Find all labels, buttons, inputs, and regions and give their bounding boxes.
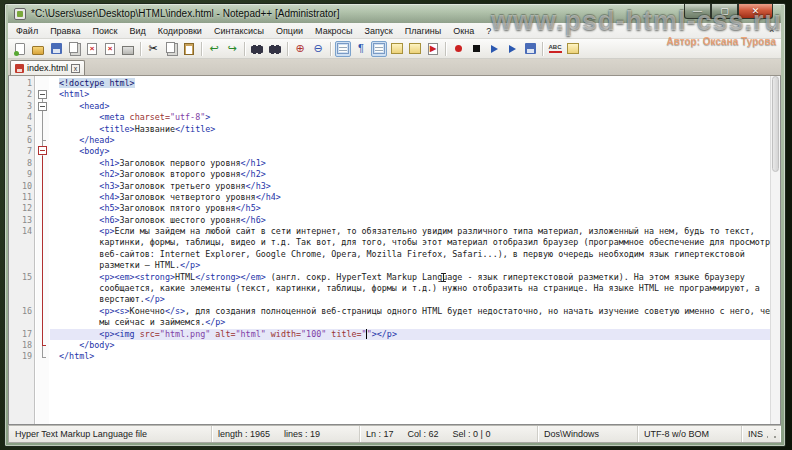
editor-area[interactable]: 1<!doctype html>2<html>3 <head>4 <meta c… bbox=[8, 76, 781, 425]
stop-macro-icon[interactable] bbox=[468, 41, 484, 57]
resize-grip[interactable] bbox=[767, 429, 779, 441]
code-line-19[interactable]: 19</html> bbox=[9, 351, 770, 362]
monitoring-icon[interactable]: ▶ bbox=[425, 41, 441, 57]
menu-item-вид[interactable]: Вид bbox=[124, 25, 152, 37]
minimize-button[interactable]: — bbox=[684, 4, 711, 19]
code-token: Заголовок пятого уровня bbox=[120, 203, 236, 213]
code-token bbox=[59, 329, 99, 339]
copy-icon[interactable] bbox=[163, 41, 179, 57]
code-token: Название bbox=[135, 124, 175, 134]
code-token: "utf-8" bbox=[170, 112, 205, 122]
show-all-characters-icon[interactable]: ¶ bbox=[353, 41, 369, 57]
tab-close-icon[interactable]: x bbox=[71, 64, 80, 73]
code-lines[interactable]: 1<!doctype html>2<html>3 <head>4 <meta c… bbox=[9, 78, 770, 363]
open-file-icon[interactable] bbox=[30, 41, 46, 57]
run-macro-multiple-icon[interactable] bbox=[504, 41, 520, 57]
mime-tools-icon[interactable] bbox=[565, 41, 581, 57]
save-icon[interactable] bbox=[48, 41, 64, 57]
spell-check-icon[interactable]: ABC bbox=[547, 41, 563, 57]
code-token: </h4> bbox=[256, 192, 281, 202]
code-line-wrap[interactable]: разметки – HTML.</p> bbox=[9, 260, 770, 271]
length-value: length : 1965 bbox=[218, 429, 270, 439]
word-wrap-icon-glyph bbox=[337, 43, 349, 54]
close-button[interactable]: ✕ bbox=[738, 4, 773, 19]
code-line-wrap[interactable]: сообщается, какие элементы (текст, карти… bbox=[9, 283, 770, 294]
scrollbar-thumb[interactable] bbox=[772, 76, 779, 172]
code-line-1[interactable]: 1<!doctype html> bbox=[9, 78, 770, 89]
playback-macro-icon-glyph bbox=[491, 45, 498, 53]
record-macro-icon[interactable] bbox=[450, 41, 466, 57]
code-line-12[interactable]: 12 <h5>Заголовок пятого уровня</h5> bbox=[9, 203, 770, 214]
code-line-14[interactable]: 14 <p>Если мы зайдем на любой сайт в сет… bbox=[9, 226, 770, 237]
undo-icon[interactable]: ↩ bbox=[206, 41, 222, 57]
code-line-13[interactable]: 13 <h6>Заголовок шестого уровня</h6> bbox=[9, 215, 770, 226]
code-line-2[interactable]: 2<html> bbox=[9, 89, 770, 100]
code-line-wrap[interactable]: верстают.</p> bbox=[9, 294, 770, 305]
menu-item-запуск[interactable]: Запуск bbox=[359, 25, 399, 37]
save-macro-icon[interactable] bbox=[522, 41, 538, 57]
find-icon[interactable] bbox=[249, 41, 265, 57]
zoom-in-icon[interactable]: ⊕ bbox=[292, 41, 308, 57]
doc-type-status: Hyper Text Markup Language file bbox=[9, 426, 212, 442]
code-line-17[interactable]: 17 <p><img src="html.png" alt="html" wid… bbox=[9, 329, 770, 340]
tab-index-html[interactable]: index.html x bbox=[10, 60, 85, 75]
save-all-icon[interactable] bbox=[66, 41, 82, 57]
code-line-wrap[interactable]: картинки, формы, таблицы, видео и т.д. Т… bbox=[9, 237, 770, 248]
zoom-out-icon[interactable]: ⊖ bbox=[310, 41, 326, 57]
code-line-8[interactable]: 8 <h1>Заголовок первого уровня</h1> bbox=[9, 158, 770, 169]
code-token: картинки, формы, таблицы, видео и т.д. Т… bbox=[59, 237, 775, 247]
replace-icon[interactable] bbox=[267, 41, 283, 57]
code-line-3[interactable]: 3 <head> bbox=[9, 101, 770, 112]
code-token: </p> bbox=[205, 317, 225, 327]
menu-item-опции[interactable]: Опции bbox=[270, 25, 309, 37]
word-wrap-icon[interactable] bbox=[335, 41, 351, 57]
code-line-11[interactable]: 11 <h4>Заголовок четвертого уровня</h4> bbox=[9, 192, 770, 203]
eol-format-status[interactable]: Dos\Windows bbox=[538, 426, 638, 442]
vertical-scrollbar[interactable] bbox=[770, 76, 780, 424]
code-token: <title> bbox=[99, 124, 134, 134]
redo-icon[interactable]: ↪ bbox=[224, 41, 240, 57]
code-line-9[interactable]: 9 <h2>Заголовок второго уровня</h2> bbox=[9, 169, 770, 180]
paste-icon[interactable] bbox=[181, 41, 197, 57]
code-line-15[interactable]: 15 <p><em><strong>HTML</strong></em> (ан… bbox=[9, 272, 770, 283]
close-all-icon[interactable]: × bbox=[102, 41, 118, 57]
print-icon[interactable] bbox=[120, 41, 136, 57]
menu-close-icon[interactable]: x bbox=[767, 24, 778, 34]
menu-item-правка[interactable]: Правка bbox=[44, 25, 86, 37]
code-token: </body> bbox=[79, 340, 114, 350]
document-map-icon[interactable] bbox=[407, 41, 423, 57]
new-file-icon[interactable] bbox=[12, 41, 28, 57]
document-switcher-icon[interactable] bbox=[389, 41, 405, 57]
code-line-5[interactable]: 5 <title>Название</title> bbox=[9, 124, 770, 135]
menu-item-файл[interactable]: Файл bbox=[10, 25, 44, 37]
notepad-plus-plus-window: *C:\Users\user\Desktop\HTML\index.html -… bbox=[4, 3, 786, 447]
code-line-6[interactable]: 6 </head> bbox=[9, 135, 770, 146]
line-number: 8 bbox=[9, 158, 32, 169]
menu-item-поиск[interactable]: Поиск bbox=[87, 25, 124, 37]
code-line-4[interactable]: 4 <meta charset="utf-8"> bbox=[9, 112, 770, 123]
menu-item-плагины[interactable]: Плагины bbox=[399, 25, 447, 37]
menu-item-кодировки[interactable]: Кодировки bbox=[152, 25, 208, 37]
playback-macro-icon[interactable] bbox=[486, 41, 502, 57]
close-file-icon[interactable]: × bbox=[84, 41, 100, 57]
code-line-wrap[interactable]: мы сейчас и займемся.</p> bbox=[9, 317, 770, 328]
code-line-18[interactable]: 18 </body> bbox=[9, 340, 770, 351]
maximize-button[interactable]: ▢ bbox=[711, 4, 738, 19]
title-bar[interactable]: *C:\Users\user\Desktop\HTML\index.html -… bbox=[8, 4, 781, 23]
function-list-icon[interactable] bbox=[371, 41, 387, 57]
menu-item-окна[interactable]: Окна bbox=[447, 25, 480, 37]
selection-value: Sel : 0 | 0 bbox=[453, 429, 491, 439]
code-line-16[interactable]: 16 <p><s>Конечно</s>, для создания полно… bbox=[9, 306, 770, 317]
menu-item-макросы[interactable]: Макросы bbox=[309, 25, 359, 37]
code-line-wrap[interactable]: веб-сайтов: Internet Explorer, Google Ch… bbox=[9, 249, 770, 260]
show-all-characters-icon-glyph: ¶ bbox=[358, 43, 364, 54]
code-line-7[interactable]: 7 <body> bbox=[9, 146, 770, 157]
menu-item-синтаксисы[interactable]: Синтаксисы bbox=[208, 25, 270, 37]
tab-bar: index.html x bbox=[8, 59, 781, 76]
tab-label: index.html bbox=[27, 63, 68, 73]
menu-item-?[interactable]: ? bbox=[480, 25, 497, 37]
code-line-10[interactable]: 10 <h3>Заголовок третьего уровня</h3> bbox=[9, 181, 770, 192]
save-macro-icon-glyph bbox=[525, 43, 536, 54]
cut-icon[interactable]: ✂ bbox=[145, 41, 161, 57]
encoding-status[interactable]: UTF-8 w/o BOM bbox=[638, 426, 742, 442]
